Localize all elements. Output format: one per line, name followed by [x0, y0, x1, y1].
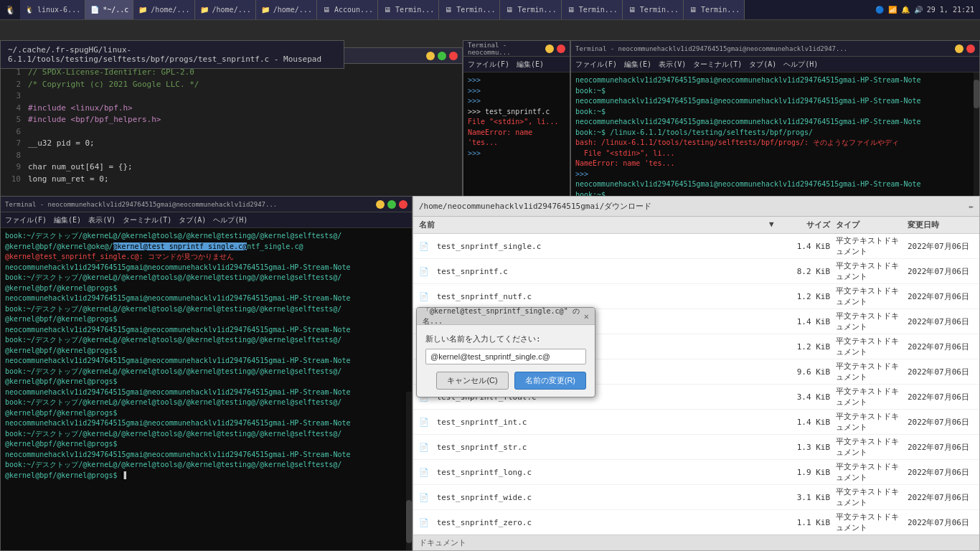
fm-cell-name-7: 📄 test_snprintf_int.c	[419, 418, 783, 427]
app-icon-9: 🖥	[504, 5, 514, 15]
path-tooltip: ~/.cache/.fr-spugHG/linux-6.1.1/tools/te…	[0, 40, 344, 69]
fm-cell-type-3: 平文テキストドキュメント	[830, 311, 902, 332]
app-label-1: linux-6...	[37, 6, 80, 14]
mousepad-close-button[interactable]	[449, 52, 458, 60]
menu-file-lr[interactable]: ファイル(F)	[575, 60, 617, 70]
code-line-10: 10 long num_ret = 0;	[6, 174, 456, 186]
file-icon-10: 📄	[419, 493, 429, 502]
scrollbar-thumb-bl[interactable]	[406, 500, 412, 543]
fm-col-size-header[interactable]: サイズ	[783, 220, 830, 230]
scrollbar-thumb-lr[interactable]	[974, 80, 979, 108]
taskbar-app-11[interactable]: 🖥 Termin...	[623, 0, 684, 19]
fm-col-type-header[interactable]: タイプ	[830, 220, 902, 230]
menu-edit-bl[interactable]: 編集(E)	[54, 215, 81, 225]
fm-cell-date-2: 2022年07月06日	[902, 291, 974, 302]
rename-dialog-title: 「@kernel@test_snprintf_single.c@" の名...	[423, 306, 584, 326]
fm-cell-size-1: 8.2 KiB	[783, 267, 830, 276]
terminal-bottom-left-body: book:~/デスクトップ/@kerneL@/@kernel@tools@/@k…	[1, 228, 412, 550]
menu-help-lr[interactable]: ヘルプ(H)	[783, 60, 818, 70]
app-label-4: /home/...	[212, 6, 251, 14]
tlr-line-10: >>>	[575, 169, 975, 180]
fm-title: /home/neocommunehacklv1id294764515gmai/ダ…	[419, 201, 651, 212]
app-label-12: Termin...	[701, 6, 740, 14]
taskbar-app-1[interactable]: 🐧 linux-6...	[20, 0, 85, 19]
menu-terminal-lr[interactable]: ターミナル(T)	[693, 60, 742, 70]
fm-col-date-header[interactable]: 変更日時	[902, 220, 974, 230]
code-line-2: 2 /* Copyright (c) 2021 Google LLC. */	[6, 79, 456, 91]
fm-col-name-header[interactable]: 名前	[419, 220, 769, 230]
fm-edit-icon[interactable]: ✏	[969, 202, 974, 211]
rename-cancel-button[interactable]: キャンセル(C)	[436, 372, 508, 390]
code-text-5: #include <bpf/bpf_helpers.h>	[28, 114, 161, 126]
menu-edit-small[interactable]: 編集(E)	[517, 60, 544, 70]
fm-row-0[interactable]: 📄 test_snprintf_single.c 1.4 KiB 平文テキストド…	[413, 234, 979, 259]
taskbar-app-7[interactable]: 🖥 Termin...	[378, 0, 439, 19]
taskbar-app-12[interactable]: 🖥 Termin...	[684, 0, 745, 19]
fm-titlebar: /home/neocommunehacklv1id294764515gmai/ダ…	[413, 197, 979, 217]
menu-help-bl[interactable]: ヘルプ(H)	[213, 215, 248, 225]
fm-row-8[interactable]: 📄 test_snprintf_str.c 1.3 KiB 平文テキストドキュメ…	[413, 435, 979, 460]
menu-file-small[interactable]: ファイル(F)	[468, 60, 509, 70]
fm-filename-11: test_snprintf_zero.c	[437, 518, 532, 527]
code-text-8	[28, 150, 33, 162]
fm-row-9[interactable]: 📄 test_snprintf_long.c 1.9 KiB 平文テキストドキュ…	[413, 460, 979, 485]
menu-file-bl[interactable]: ファイル(F)	[5, 215, 47, 225]
taskbar-app-3[interactable]: 📁 /home/...	[133, 0, 194, 19]
win-controls-small	[545, 44, 565, 53]
fm-sort-icon: ▼	[769, 220, 783, 230]
file-icon-7: 📄	[419, 418, 429, 427]
file-icon-9: 📄	[419, 468, 429, 477]
menu-edit-lr[interactable]: 編集(E)	[624, 60, 651, 70]
term-large-right-minimize[interactable]	[955, 44, 963, 53]
taskbar-app-10[interactable]: 🖥 Termin...	[562, 0, 623, 19]
taskbar-app-6[interactable]: 🖥 Accoun...	[317, 0, 378, 19]
start-icon[interactable]: 🐧	[1, 1, 19, 19]
menu-tab-bl[interactable]: タブ(A)	[179, 215, 206, 225]
taskbar-app-5[interactable]: 📁 /home/...	[256, 0, 317, 19]
fm-cell-date-7: 2022年07月06日	[902, 417, 974, 428]
taskbar-app-9[interactable]: 🖥 Termin...	[500, 0, 561, 19]
taskbar-app-2[interactable]: 📄 *~/..c	[85, 0, 133, 19]
rename-confirm-button[interactable]: 名前の変更(R)	[514, 372, 586, 390]
menu-view-bl[interactable]: 表示(V)	[88, 215, 116, 225]
mousepad-minimize-button[interactable]	[426, 52, 435, 60]
term-large-right-close[interactable]	[966, 44, 975, 53]
rename-input[interactable]	[425, 349, 586, 364]
line-num-8: 8	[6, 150, 21, 162]
tbl-line-1: book:~/デスクトップ/@kerneL@/@kernel@tools@/@k…	[5, 231, 407, 242]
taskbar-app-4[interactable]: 📁 /home/...	[195, 0, 256, 19]
fm-row-11[interactable]: 📄 test_snprintf_zero.c 1.1 KiB 平文テキストドキュ…	[413, 510, 979, 534]
fm-row-7[interactable]: 📄 test_snprintf_int.c 1.4 KiB 平文テキストドキュメ…	[413, 410, 979, 435]
code-text-2: /* Copyright (c) 2021 Google LLC. */	[28, 79, 199, 91]
tbl-line-4: neocommunehacklv1id294764515gmai@neocomm…	[5, 263, 407, 273]
fm-filename-1: test_snprintf.c	[437, 267, 508, 276]
fm-cell-size-2: 1.2 KiB	[783, 292, 830, 301]
menu-tab-lr[interactable]: タブ(A)	[749, 60, 776, 70]
tbl-close[interactable]	[399, 200, 407, 209]
rename-dialog-close[interactable]: ✕	[584, 311, 589, 321]
tlr-line-3: neocommunehacklv1id294764515gmai@neocomm…	[575, 96, 975, 107]
line-num-4: 4	[6, 103, 21, 115]
taskbar-right: 🔵 📶 🔔 🔊 29 1, 21:21	[870, 6, 980, 14]
fm-cell-date-10: 2022年07月06日	[902, 492, 974, 503]
sound-icon: 🔊	[914, 6, 923, 14]
line-num-7: 7	[6, 138, 21, 150]
menu-terminal-bl[interactable]: ターミナル(T)	[123, 215, 171, 225]
taskbar-apps: 🐧 linux-6... 📄 *~/..c 📁 /home/... 📁 /hom…	[20, 0, 870, 19]
term-small-close[interactable]	[557, 44, 565, 53]
term-line-1: >>>	[468, 75, 565, 86]
fm-cell-name-1: 📄 test_snprintf.c	[419, 267, 783, 276]
fm-row-10[interactable]: 📄 test_snprintf_wide.c 3.1 KiB 平文テキストドキュ…	[413, 485, 979, 510]
taskbar-app-8[interactable]: 🖥 Termin...	[439, 0, 500, 19]
mousepad-maximize-button[interactable]	[438, 52, 446, 60]
fm-cell-size-8: 1.3 KiB	[783, 443, 830, 452]
term-small-minimize[interactable]	[545, 44, 554, 53]
tbl-maximize[interactable]	[387, 200, 396, 209]
app-label-9: Termin...	[517, 6, 556, 14]
tbl-minimize[interactable]	[376, 200, 385, 209]
fm-cell-name-2: 📄 test_snprintf_nutf.c	[419, 292, 783, 301]
fm-cell-type-5: 平文テキストドキュメント	[830, 361, 902, 382]
menu-view-lr[interactable]: 表示(V)	[659, 60, 686, 70]
fm-statusbar: ドキュメント	[413, 534, 979, 550]
fm-row-1[interactable]: 📄 test_snprintf.c 8.2 KiB 平文テキストドキュメント 2…	[413, 259, 979, 284]
